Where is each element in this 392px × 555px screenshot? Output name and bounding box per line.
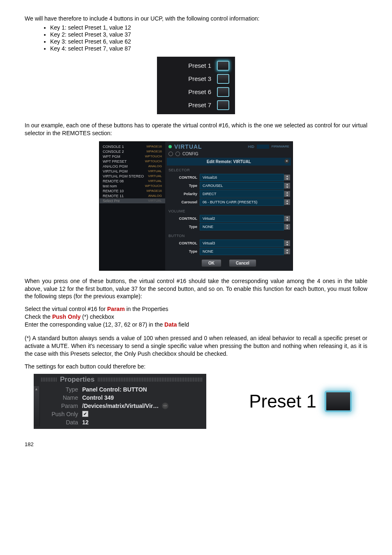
preset-button[interactable] — [217, 87, 229, 97]
section-label-selector: SELECTOR — [165, 166, 293, 173]
remote-list-item[interactable]: VIRTUAL PGM STEREOVIRTUAL — [99, 174, 165, 179]
config-label: CONTROL — [168, 216, 200, 221]
cancel-button[interactable]: Cancel — [229, 259, 256, 267]
grip-icon — [98, 378, 203, 382]
property-row-type: Type Panel Control: BUTTON — [34, 385, 206, 394]
dropdown-arrows-icon[interactable] — [284, 224, 290, 230]
config-label: CONFIG — [182, 152, 198, 156]
config-label: Type — [168, 225, 200, 229]
firmware-label: FIRMWARE — [272, 145, 289, 148]
properties-header: Properties — [34, 374, 206, 385]
close-icon[interactable]: × — [284, 159, 289, 164]
preset-button[interactable] — [217, 74, 229, 84]
config-value-dropdown[interactable]: DIRECT — [200, 190, 284, 198]
property-value[interactable]: Control 349 — [82, 394, 114, 401]
config-value-dropdown[interactable]: Virtual3 — [200, 240, 284, 247]
config-value-dropdown[interactable]: NONE — [200, 248, 284, 255]
key-item: Key 1: select Preset 1, value 12 — [50, 24, 367, 31]
config-value-dropdown[interactable]: 06 - BUTTON CARR (PRESETS) — [200, 198, 284, 206]
config-label: CONTROL — [168, 175, 200, 180]
step-line: Check the Push Only (*) checkbox — [25, 313, 367, 321]
key-item: Key 4: select Preset 7, value 87 — [50, 45, 367, 52]
config-row: CONTROL Virtual2 — [168, 215, 290, 222]
config-value-dropdown[interactable]: NONE — [200, 223, 284, 230]
config-value-dropdown[interactable]: Virtual16 — [200, 174, 284, 181]
dropdown-arrows-icon[interactable] — [284, 175, 290, 180]
property-value: Panel Control: BUTTON — [82, 386, 147, 393]
config-label: Polarity — [168, 192, 200, 196]
status-dot-icon — [168, 145, 172, 148]
ok-button[interactable]: OK — [201, 259, 221, 267]
preset-preview-label: Preset 1 — [249, 391, 316, 412]
step-line: Enter the corresponding value (12, 37, 6… — [25, 321, 367, 329]
dropdown-arrows-icon[interactable] — [284, 240, 290, 246]
property-value[interactable]: 12 — [82, 419, 89, 426]
virtual-config-main: VIRTUAL HID FIRMWARE CONFIG Edit Remote:… — [165, 142, 293, 270]
remote-list-item[interactable]: CONSOLE 2MPAGE16 — [99, 149, 165, 154]
preset-button[interactable] — [217, 100, 229, 110]
config-label: Type — [168, 184, 200, 188]
property-label: Name — [44, 394, 82, 401]
preset-row: Preset 1 — [161, 59, 231, 72]
config-value-dropdown[interactable]: Virtual2 — [200, 215, 284, 222]
config-label: Type — [168, 249, 200, 253]
hid-label: HID — [248, 145, 254, 149]
remote-list-item[interactable]: REMOTE 08VIRTUAL — [99, 179, 165, 184]
grip-icon — [41, 378, 57, 382]
remote-list-item[interactable]: REMOTE 11ANALOG — [99, 193, 165, 198]
properties-title: Properties — [60, 375, 95, 384]
property-label: Data — [44, 419, 82, 426]
remote-list-item[interactable]: REMOTE 10MPAGE16 — [99, 189, 165, 193]
preset-button-figure: Preset 1 Preset 3 Preset 6 Preset 7 — [157, 57, 235, 114]
config-value-dropdown[interactable]: CAROUSEL — [200, 182, 284, 189]
property-value[interactable]: /Devices/matrix/Virtual/Vir… — [82, 403, 159, 409]
preset-button[interactable] — [217, 61, 229, 71]
remote-list-item[interactable]: CONSOLE 1MPAGE16 — [99, 144, 165, 149]
property-row-param: Param /Devices/matrix/Virtual/Vir… — [34, 402, 206, 410]
push-only-checkbox[interactable] — [82, 411, 88, 417]
remote-list-item-selected[interactable]: Select PreVIRTUAL — [99, 198, 165, 203]
dropdown-arrows-icon[interactable] — [284, 191, 290, 197]
config-toolbar: CONFIG — [165, 151, 293, 158]
property-row-pushonly: Push Only — [34, 410, 206, 418]
paragraph: (*) A standard button always sends a val… — [25, 334, 367, 358]
remote-list-sidebar: CONSOLE 1MPAGE16 CONSOLE 2MPAGE16 WPT PG… — [99, 142, 165, 270]
config-row: CONTROL Virtual3 — [168, 240, 290, 247]
remote-list-item[interactable]: test nomWPTOUCH — [99, 184, 165, 189]
dropdown-arrows-icon[interactable] — [284, 216, 290, 221]
dialog-buttons: OK Cancel — [165, 259, 293, 267]
config-row: Polarity DIRECT — [168, 190, 290, 198]
property-label: Type — [44, 386, 82, 393]
preset-preview-button[interactable] — [325, 391, 352, 412]
section-label-volume: VOLUME — [165, 207, 293, 214]
remote-list-item[interactable]: WPT PGMWPTOUCH — [99, 154, 165, 159]
dropdown-arrows-icon[interactable] — [284, 249, 290, 254]
property-row-name: Name Control 349 — [34, 394, 206, 402]
vertical-scrollbar[interactable] — [34, 386, 40, 426]
intro-text: We will have therefore to include 4 butt… — [25, 15, 367, 23]
config-row: Type NONE — [168, 248, 290, 255]
key-item: Key 2: select Preset 3, value 37 — [50, 31, 367, 38]
preset-row: Preset 3 — [161, 72, 231, 85]
config-row: Type CAROUSEL — [168, 182, 290, 189]
step-line: Select the virtual control #16 for Param… — [25, 305, 367, 313]
virtual-title: VIRTUAL — [174, 143, 202, 150]
virtual-header: VIRTUAL HID FIRMWARE — [165, 142, 293, 151]
dropdown-arrows-icon[interactable] — [284, 199, 290, 205]
toolbar-icon[interactable] — [168, 152, 173, 156]
config-row: Carousel 06 - BUTTON CARR (PRESETS) — [168, 198, 290, 206]
preset-label: Preset 6 — [188, 88, 211, 95]
property-row-data: Data 12 — [34, 418, 206, 426]
remote-list-item[interactable]: VIRTUAL PGMVIRTUAL — [99, 169, 165, 174]
toolbar-icon[interactable] — [175, 152, 180, 156]
config-row: CONTROL Virtual16 — [168, 174, 290, 181]
preset-row: Preset 7 — [161, 99, 231, 112]
remote-list-item[interactable]: WPT PRESETWPTOUCH — [99, 159, 165, 164]
config-label: CONTROL — [168, 241, 200, 245]
dropdown-arrows-icon[interactable] — [284, 183, 290, 189]
paragraph: When you press one of these buttons, the… — [25, 277, 367, 301]
paragraph: The settings for each button could there… — [25, 363, 367, 371]
more-icon[interactable] — [162, 403, 168, 409]
remote-list-item[interactable]: ANALOG PGMANALOG — [99, 164, 165, 169]
properties-panel: Properties Type Panel Control: BUTTON Na… — [34, 374, 206, 429]
